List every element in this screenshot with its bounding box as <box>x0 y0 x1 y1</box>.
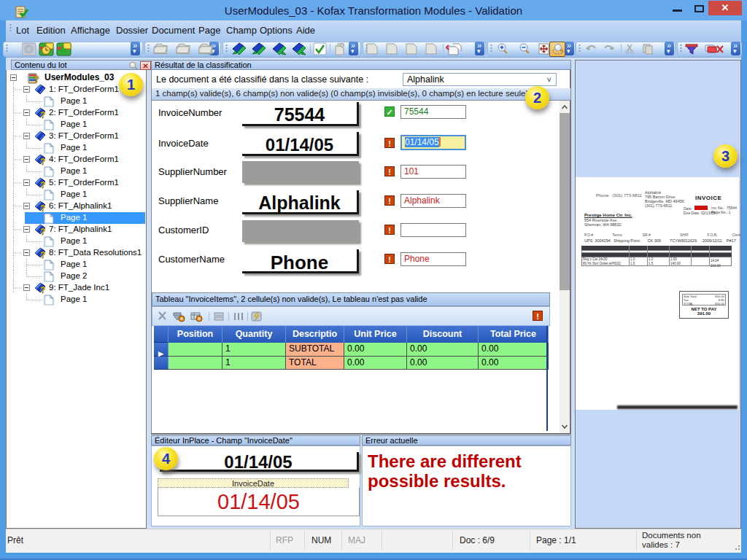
svg-text:?: ? <box>40 157 45 166</box>
svg-text:?: ? <box>40 285 45 294</box>
svg-text:?: ? <box>40 203 45 212</box>
svg-text:?: ? <box>40 110 45 119</box>
svg-text:?: ? <box>34 74 39 85</box>
svg-text:?: ? <box>40 180 45 189</box>
svg-text:?: ? <box>40 227 45 236</box>
svg-text:?: ? <box>40 250 45 259</box>
